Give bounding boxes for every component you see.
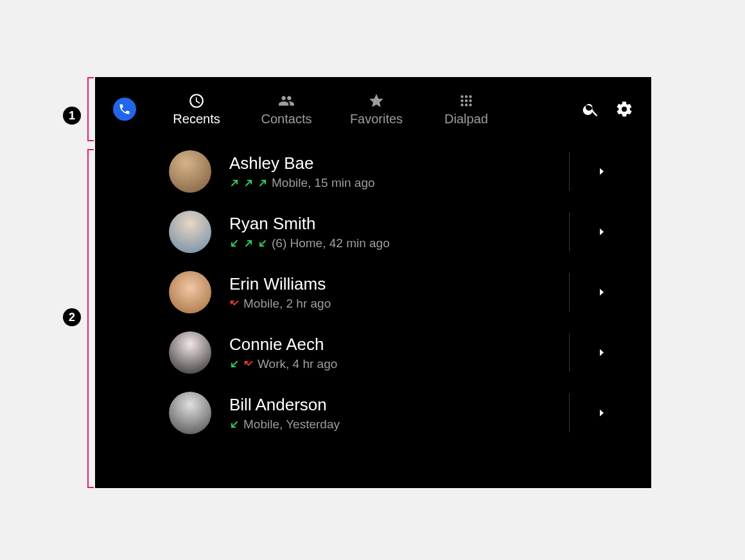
call-info: Connie AechWork, 4 hr ago <box>229 335 569 371</box>
star-icon <box>368 92 385 109</box>
svg-point-6 <box>460 103 463 106</box>
call-row[interactable]: Connie AechWork, 4 hr ago <box>169 322 651 383</box>
app-header: Recents Contacts Favorites Dialpad <box>95 77 651 141</box>
contact-name: Bill Anderson <box>229 395 569 415</box>
header-actions <box>582 100 633 118</box>
tab-contacts[interactable]: Contacts <box>241 92 331 127</box>
call-info: Ryan Smith(6) Home, 42 min ago <box>229 214 569 250</box>
call-meta-text: Mobile, 2 hr ago <box>243 297 331 311</box>
call-missed-icon <box>243 359 254 369</box>
svg-point-1 <box>465 95 468 98</box>
svg-point-0 <box>460 95 463 98</box>
tab-label: Recents <box>173 112 220 127</box>
call-in-icon <box>229 238 240 249</box>
call-info: Ashley BaeMobile, 15 min ago <box>229 153 569 190</box>
annotation-badge-1: 1 <box>63 107 81 125</box>
chevron-right-icon <box>596 347 608 358</box>
call-missed-icon <box>229 299 240 309</box>
recents-list: Ashley BaeMobile, 15 min agoRyan Smith(6… <box>95 141 651 443</box>
detail-button[interactable] <box>569 333 633 372</box>
tab-dialpad[interactable]: Dialpad <box>421 92 511 127</box>
annotation-badge-2: 2 <box>63 308 81 326</box>
contact-name: Erin Williams <box>229 274 569 294</box>
tab-label: Contacts <box>261 112 312 127</box>
phone-icon <box>118 103 131 116</box>
detail-button[interactable] <box>569 152 633 191</box>
svg-point-8 <box>469 103 471 106</box>
call-out-icon <box>243 178 254 188</box>
call-meta: (6) Home, 42 min ago <box>229 236 569 250</box>
call-row[interactable]: Ryan Smith(6) Home, 42 min ago <box>169 202 651 262</box>
detail-button[interactable] <box>569 394 633 432</box>
call-row[interactable]: Bill AndersonMobile, Yesterday <box>169 383 651 443</box>
people-icon <box>278 92 295 109</box>
contact-name: Connie Aech <box>229 335 569 354</box>
avatar <box>169 271 211 313</box>
call-in-icon <box>229 359 240 369</box>
svg-point-7 <box>465 103 468 106</box>
dialpad-icon <box>458 92 475 109</box>
avatar <box>169 331 211 374</box>
call-meta: Work, 4 hr ago <box>229 357 569 371</box>
contact-name: Ashley Bae <box>229 153 569 173</box>
call-meta-text: Mobile, 15 min ago <box>272 176 375 190</box>
detail-button[interactable] <box>569 273 633 311</box>
tab-label: Favorites <box>350 112 403 127</box>
svg-point-3 <box>460 99 463 101</box>
tab-favorites[interactable]: Favorites <box>331 92 421 127</box>
tab-label: Dialpad <box>444 112 488 127</box>
avatar <box>169 211 211 253</box>
avatar <box>169 150 211 193</box>
call-meta: Mobile, 2 hr ago <box>229 297 569 311</box>
call-out-icon <box>258 178 268 188</box>
call-info: Erin WilliamsMobile, 2 hr ago <box>229 274 569 311</box>
call-meta-text: (6) Home, 42 min ago <box>272 236 390 250</box>
svg-point-4 <box>465 99 468 101</box>
svg-point-2 <box>469 95 471 98</box>
call-meta-text: Mobile, Yesterday <box>243 417 340 432</box>
phone-app-icon[interactable] <box>113 98 136 121</box>
call-in-icon <box>258 238 268 249</box>
annotation-bracket-2 <box>87 149 94 488</box>
phone-app-window: Recents Contacts Favorites Dialpad Ashle… <box>95 77 651 488</box>
call-row[interactable]: Ashley BaeMobile, 15 min ago <box>169 141 651 202</box>
call-in-icon <box>229 419 240 430</box>
tab-bar: Recents Contacts Favorites Dialpad <box>152 92 582 127</box>
clock-icon <box>188 92 205 109</box>
call-meta: Mobile, 15 min ago <box>229 176 569 190</box>
gear-icon[interactable] <box>615 100 633 118</box>
chevron-right-icon <box>596 226 608 238</box>
call-meta: Mobile, Yesterday <box>229 417 569 432</box>
call-meta-text: Work, 4 hr ago <box>258 357 337 371</box>
chevron-right-icon <box>596 166 608 177</box>
call-out-icon <box>229 178 240 188</box>
avatar <box>169 392 211 434</box>
search-icon[interactable] <box>582 100 600 118</box>
contact-name: Ryan Smith <box>229 214 569 234</box>
call-row[interactable]: Erin WilliamsMobile, 2 hr ago <box>169 262 651 322</box>
tab-recents[interactable]: Recents <box>152 92 241 127</box>
call-info: Bill AndersonMobile, Yesterday <box>229 395 569 432</box>
svg-point-5 <box>469 99 471 101</box>
chevron-right-icon <box>596 286 608 298</box>
detail-button[interactable] <box>569 213 633 251</box>
call-out-icon <box>243 238 254 249</box>
chevron-right-icon <box>596 407 608 419</box>
annotation-bracket-1 <box>87 77 94 141</box>
